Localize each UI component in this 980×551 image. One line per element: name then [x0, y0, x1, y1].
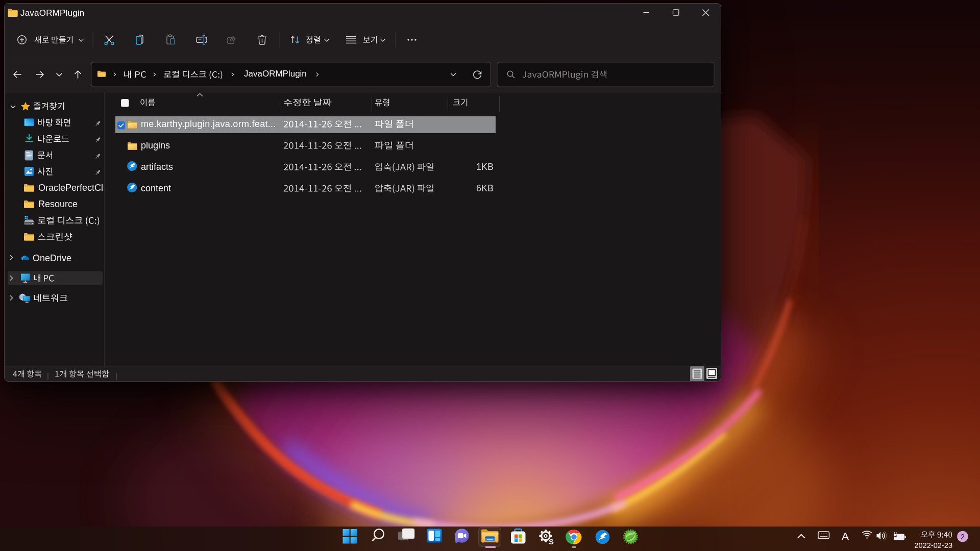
svg-text:2: 2 [961, 533, 965, 541]
svg-text:A: A [842, 530, 849, 542]
svg-text:S: S [549, 537, 554, 546]
svg-text:2022-02-23: 2022-02-23 [914, 541, 952, 549]
